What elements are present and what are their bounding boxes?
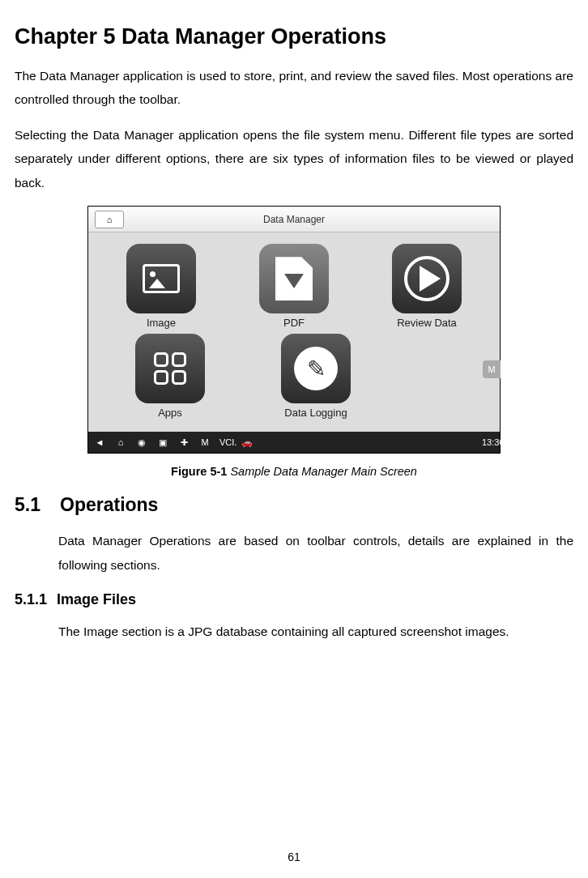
tile-apps[interactable]: Apps bbox=[109, 334, 231, 419]
clock-text: 13:36 bbox=[482, 437, 495, 447]
car-icon[interactable]: 🚗 bbox=[241, 437, 254, 448]
pencil-icon: ✎ bbox=[281, 334, 351, 403]
section-heading: 5.1Operations bbox=[15, 494, 573, 516]
chapter-title: Chapter 5 Data Manager Operations bbox=[15, 24, 573, 49]
screenshot-figure: ⌂ Data Manager Image PDF Review Data bbox=[87, 206, 501, 454]
home-nav-icon[interactable]: ⌂ bbox=[114, 437, 127, 447]
tile-image[interactable]: Image bbox=[100, 244, 222, 329]
tile-grid: Image PDF Review Data Apps ✎ Da bbox=[88, 232, 500, 432]
figure-caption: Figure 5-1 Sample Data Manager Main Scre… bbox=[15, 465, 573, 478]
tile-label: Review Data bbox=[366, 317, 488, 329]
intro-para-2: Selecting the Data Manager application o… bbox=[15, 123, 573, 194]
tile-label: Data Logging bbox=[255, 407, 377, 419]
figure-title: Sample Data Manager Main Screen bbox=[230, 465, 417, 478]
tile-pdf[interactable]: PDF bbox=[233, 244, 355, 329]
pdf-icon bbox=[259, 244, 329, 313]
camera-icon[interactable]: ▣ bbox=[156, 437, 169, 448]
home-icon[interactable]: ⌂ bbox=[95, 211, 124, 228]
tile-label: Image bbox=[100, 317, 222, 329]
screenshot-topbar: ⌂ Data Manager bbox=[88, 207, 500, 232]
page-number: 61 bbox=[288, 850, 300, 863]
tile-label: Apps bbox=[109, 407, 231, 419]
image-icon bbox=[126, 244, 196, 313]
vci-icon[interactable]: VCI. bbox=[219, 437, 232, 447]
app2-icon[interactable]: M bbox=[198, 437, 211, 447]
tile-label: PDF bbox=[233, 317, 355, 329]
app1-icon[interactable]: ✚ bbox=[177, 437, 190, 448]
subsection-number: 5.1.1 bbox=[15, 591, 57, 608]
intro-para-1: The Data Manager application is used to … bbox=[15, 64, 573, 112]
apps-icon bbox=[135, 334, 205, 403]
topbar-title: Data Manager bbox=[263, 214, 325, 225]
subsection-heading: 5.1.1Image Files bbox=[15, 591, 573, 608]
play-icon bbox=[392, 244, 462, 313]
section-para: Data Manager Operations are based on too… bbox=[58, 529, 573, 577]
screenshot-bottombar: ◄ ⌂ ◉ ▣ ✚ M VCI. 🚗 13:36 bbox=[88, 432, 500, 453]
tile-data-logging[interactable]: ✎ Data Logging bbox=[255, 334, 377, 419]
subsection-title: Image Files bbox=[57, 591, 136, 607]
browser-icon[interactable]: ◉ bbox=[135, 437, 148, 448]
section-number: 5.1 bbox=[15, 494, 60, 516]
figure-wrapper: ⌂ Data Manager Image PDF Review Data bbox=[15, 206, 573, 454]
back-icon[interactable]: ◄ bbox=[93, 437, 106, 447]
figure-number: Figure 5-1 bbox=[171, 465, 230, 478]
tile-review-data[interactable]: Review Data bbox=[366, 244, 488, 329]
subsection-para: The Image section is a JPG database cont… bbox=[58, 620, 573, 643]
side-badge[interactable]: M bbox=[483, 360, 501, 378]
section-title: Operations bbox=[60, 494, 158, 515]
